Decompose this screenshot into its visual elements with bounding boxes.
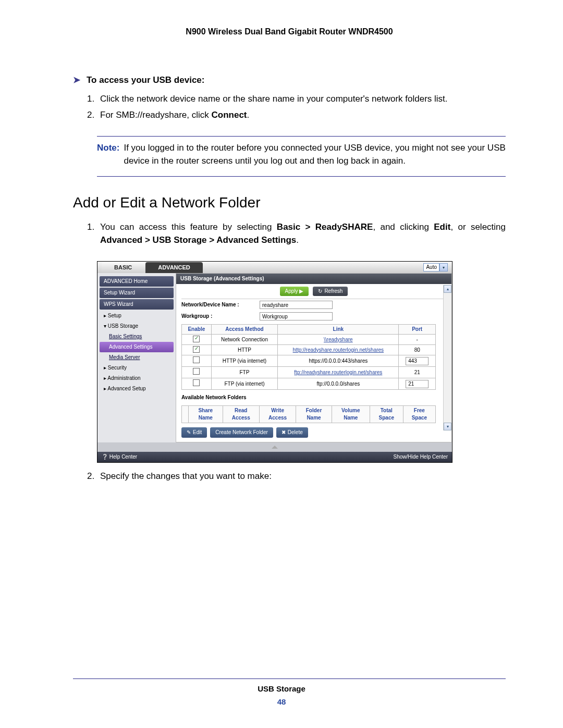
link-cell: https://0.0.0.0:443/shares — [278, 355, 399, 367]
port-cell — [399, 355, 436, 367]
sidebar-item-advanced-home[interactable]: ADVANCED Home — [100, 276, 174, 287]
link-cell: http://readyshare.routerlogin.net/shares — [278, 345, 399, 355]
chevron-right-icon: ➤ — [73, 74, 80, 87]
access-link[interactable]: http://readyshare.routerlogin.net/shares — [293, 347, 384, 353]
device-name-input[interactable] — [260, 301, 333, 309]
footer-title: USB Storage — [258, 684, 305, 693]
sidebar-item-wps-wizard[interactable]: WPS Wizard — [100, 299, 174, 310]
access-method-cell: Network Connection — [211, 335, 278, 345]
table-header: Total Space — [370, 406, 403, 423]
refresh-button[interactable]: ↻ Refresh — [313, 287, 348, 296]
table-header: Read Access — [223, 406, 259, 423]
access-link[interactable]: ftp://readyshare.routerlogin.net/shares — [294, 369, 382, 375]
table-header: Enable — [182, 325, 212, 335]
table-header: Volume Name — [332, 406, 370, 423]
help-center-link[interactable]: ❔ Help Center — [102, 453, 137, 461]
table-header: Free Space — [403, 406, 435, 423]
sidebar-item-media-server[interactable]: Media Server — [100, 352, 174, 363]
link-cell: ftp://0.0.0.0/shares — [278, 378, 399, 390]
sidebar-item-setup-wizard[interactable]: Setup Wizard — [100, 288, 174, 298]
table-header: Port — [399, 325, 436, 335]
access-link[interactable]: \\readyshare — [324, 337, 353, 342]
note-label: Note: — [97, 142, 119, 167]
divider — [97, 136, 506, 137]
port-cell: 21 — [399, 367, 436, 378]
sidebar-item-security[interactable]: ▸ Security — [100, 363, 174, 373]
create-network-folder-button[interactable]: Create Network Folder — [210, 427, 273, 438]
sidebar-item-basic-settings[interactable]: Basic Settings — [100, 331, 174, 342]
content-header: USB Storage (Advanced Settings) — [176, 274, 451, 284]
sidebar-item-administration[interactable]: ▸ Administration — [100, 373, 174, 384]
note-text: If you logged in to the router before yo… — [124, 142, 506, 167]
sidebar-item-advanced-setup[interactable]: ▸ Advanced Setup — [100, 384, 174, 394]
sidebar-item-usb-storage[interactable]: ▾ USB Storage — [100, 321, 174, 331]
access-method-cell: HTTP (via internet) — [211, 355, 278, 367]
enable-checkbox[interactable] — [193, 346, 200, 353]
intro-step-2: For SMB://readyshare, click Connect. — [97, 109, 506, 122]
tab-advanced[interactable]: ADVANCED — [145, 262, 203, 273]
port-cell — [399, 378, 436, 390]
footer-divider — [73, 678, 506, 679]
table-row: HTTPhttp://readyshare.routerlogin.net/sh… — [182, 345, 436, 355]
enable-checkbox[interactable] — [193, 368, 200, 375]
access-method-cell: HTTP — [211, 345, 278, 355]
page-header: N900 Wireless Dual Band Gigabit Router W… — [73, 26, 506, 38]
workgroup-input[interactable] — [260, 312, 333, 320]
port-cell: 80 — [399, 345, 436, 355]
table-header: Link — [278, 325, 399, 335]
page-number: 48 — [0, 696, 563, 707]
enable-checkbox[interactable] — [193, 379, 200, 386]
sidebar-item-setup[interactable]: ▸ Setup — [100, 311, 174, 321]
chevron-down-icon[interactable]: ▾ — [439, 263, 448, 272]
table-row: HTTP (via internet)https://0.0.0.0:443/s… — [182, 355, 436, 367]
table-header: Folder Name — [296, 406, 332, 423]
collapse-handle[interactable] — [97, 442, 452, 452]
edit-button[interactable]: ✎ Edit — [181, 427, 207, 438]
table-header: Access Method — [211, 325, 278, 335]
tab-basic[interactable]: BASIC — [102, 262, 144, 273]
delete-button[interactable]: ✖ Delete — [276, 427, 308, 438]
table-header — [182, 406, 189, 423]
enable-checkbox[interactable] — [193, 356, 200, 363]
available-folders-label: Available Network Folders — [176, 392, 451, 403]
table-header: Write Access — [259, 406, 296, 423]
table-row: FTPftp://readyshare.routerlogin.net/shar… — [182, 367, 436, 378]
network-folders-table: Share NameRead AccessWrite AccessFolder … — [181, 405, 436, 423]
port-input[interactable] — [406, 380, 429, 388]
access-method-cell: FTP (via internet) — [211, 378, 278, 390]
router-ui-screenshot: BASIC ADVANCED Auto ▾ ADVANCED Home Setu… — [97, 261, 452, 463]
link-cell: \\readyshare — [278, 335, 399, 345]
scroll-up-icon[interactable]: ▴ — [444, 285, 451, 293]
port-input[interactable] — [406, 357, 429, 365]
intro-heading: To access your USB device: — [87, 74, 204, 87]
section-step-1: You can access this feature by selecting… — [97, 221, 506, 246]
access-method-table: EnableAccess MethodLinkPort Network Conn… — [181, 324, 436, 390]
enable-checkbox[interactable] — [193, 336, 200, 342]
triangle-up-icon — [272, 446, 278, 449]
show-hide-help-link[interactable]: Show/Hide Help Center — [394, 453, 448, 461]
intro-step-1: Click the network device name or the sha… — [97, 93, 506, 106]
table-row: Network Connection\\readyshare- — [182, 335, 436, 345]
link-cell: ftp://readyshare.routerlogin.net/shares — [278, 367, 399, 378]
sidebar-item-advanced-settings[interactable]: Advanced Settings — [100, 342, 174, 352]
table-row: FTP (via internet)ftp://0.0.0.0/shares — [182, 378, 436, 390]
language-select[interactable]: Auto — [423, 263, 439, 272]
device-name-label: Network/Device Name : — [181, 301, 260, 309]
port-cell: - — [399, 335, 436, 345]
section-heading: Add or Edit a Network Folder — [73, 192, 506, 213]
scrollbar[interactable]: ▴ ▾ — [443, 285, 451, 430]
workgroup-label: Workgroup : — [181, 313, 260, 320]
apply-button[interactable]: Apply ▶ — [280, 287, 309, 296]
section-step-2: Specify the changes that you want to mak… — [97, 470, 506, 483]
access-method-cell: FTP — [211, 367, 278, 378]
divider — [97, 176, 506, 177]
scroll-down-icon[interactable]: ▾ — [444, 423, 451, 430]
table-header: Share Name — [189, 406, 223, 423]
